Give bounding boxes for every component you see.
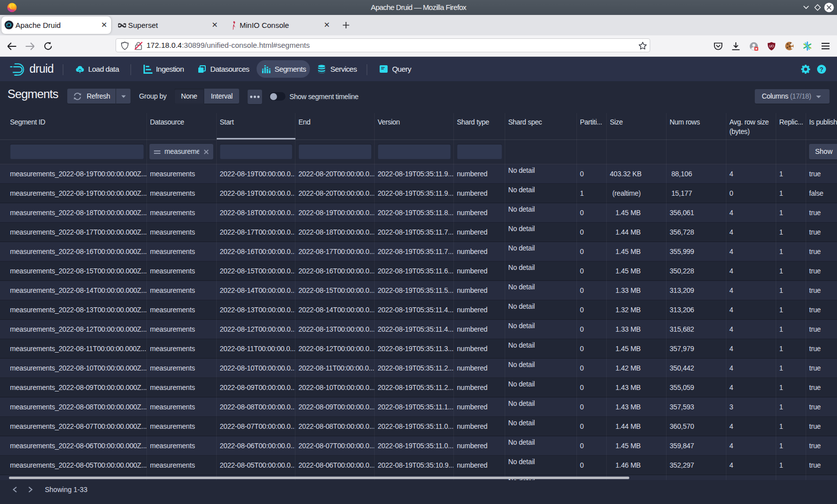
svg-text:UO: UO bbox=[769, 44, 774, 48]
svg-text:?: ? bbox=[820, 66, 823, 73]
